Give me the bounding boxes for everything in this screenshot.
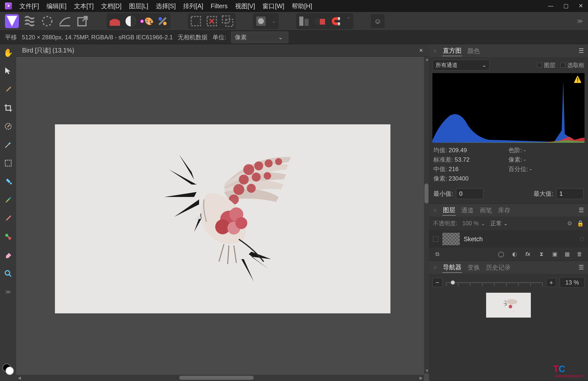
marquee-tool-icon[interactable] bbox=[3, 158, 14, 169]
layer-checkbox[interactable]: 图层 bbox=[537, 61, 555, 69]
panel-grip-icon[interactable]: ⫼ bbox=[433, 265, 437, 270]
zoom-handle[interactable] bbox=[451, 281, 455, 285]
zoom-out-button[interactable]: − bbox=[432, 278, 442, 287]
add-live-filter-icon[interactable]: ⧗ bbox=[537, 250, 546, 258]
more-tools-icon[interactable]: ≫ bbox=[3, 286, 14, 297]
tab-color[interactable]: 颜色 bbox=[467, 46, 480, 56]
adjustment-hsl-icon[interactable]: 🎨 bbox=[140, 14, 154, 28]
max-input[interactable]: 1 bbox=[556, 189, 584, 199]
delete-layer-icon[interactable]: 🗑 bbox=[575, 250, 584, 258]
selection-new-icon[interactable] bbox=[189, 14, 203, 28]
align-icon[interactable] bbox=[297, 14, 311, 28]
panel-grip-icon[interactable]: ⫼ bbox=[433, 208, 437, 213]
menu-view[interactable]: 视图[V] bbox=[235, 2, 255, 10]
color-replace-icon[interactable] bbox=[3, 231, 14, 242]
minimize-button[interactable]: — bbox=[548, 3, 553, 9]
tab-navigator[interactable]: 导航器 bbox=[442, 262, 462, 273]
selection-brush-icon[interactable] bbox=[3, 121, 14, 132]
zoom-slider[interactable] bbox=[446, 278, 543, 287]
zoom-value-input[interactable]: 13 % bbox=[560, 277, 585, 288]
gradient-tool-icon[interactable] bbox=[3, 194, 14, 205]
toolbar-more-icon[interactable]: ≫ bbox=[577, 18, 583, 25]
selection-checkbox[interactable]: 选取框 bbox=[560, 61, 585, 69]
menu-edit[interactable]: 编辑[E] bbox=[46, 2, 67, 10]
tab-history[interactable]: 历史记录 bbox=[485, 262, 511, 273]
canvas-area[interactable] bbox=[16, 57, 429, 381]
panel-grip-icon[interactable]: ⫼ bbox=[433, 48, 437, 53]
add-pixel-layer-icon[interactable]: ▦ bbox=[563, 250, 572, 258]
pan-tool-icon[interactable]: ✋ bbox=[3, 47, 14, 58]
layer-group-icon[interactable]: ⧉ bbox=[433, 250, 442, 258]
foreground-color[interactable] bbox=[5, 367, 14, 375]
quickmask-icon[interactable] bbox=[254, 14, 268, 28]
document-tab[interactable]: Bird [只读] (13.1%) × bbox=[16, 44, 429, 57]
channel-dropdown[interactable]: 所有通道 ⌄ bbox=[432, 60, 490, 71]
navigator-preview[interactable] bbox=[486, 293, 531, 318]
menu-file[interactable]: 文件[F] bbox=[19, 2, 39, 10]
persona-export-icon[interactable] bbox=[76, 14, 89, 28]
persona-tone-icon[interactable] bbox=[58, 14, 72, 28]
layer-visibility-checkbox[interactable] bbox=[433, 236, 438, 242]
layer-lock-icon[interactable]: 🔒 bbox=[577, 220, 584, 227]
paint-brush-icon[interactable] bbox=[3, 213, 14, 224]
magic-wand-icon[interactable] bbox=[3, 139, 14, 150]
close-button[interactable]: ✕ bbox=[579, 3, 583, 9]
menu-help[interactable]: 帮助[H] bbox=[292, 2, 312, 10]
scrollbar-thumb[interactable] bbox=[424, 184, 428, 203]
menu-document[interactable]: 文档[D] bbox=[101, 2, 122, 10]
tab-transform[interactable]: 变换 bbox=[467, 262, 480, 273]
menu-select[interactable]: 选择[S] bbox=[156, 2, 176, 10]
tab-channels[interactable]: 通道 bbox=[461, 205, 474, 215]
menu-arrange[interactable]: 排列[A] bbox=[183, 2, 203, 10]
add-mask-icon[interactable]: ◯ bbox=[497, 250, 505, 258]
snapping-icon[interactable]: 🧲 bbox=[329, 14, 343, 28]
layer-name[interactable]: Sketch bbox=[464, 236, 483, 243]
menu-layer[interactable]: 图层[L] bbox=[129, 2, 148, 10]
eraser-tool-icon[interactable] bbox=[3, 250, 14, 261]
dropdown-arrow-icon[interactable]: ⌄ bbox=[345, 14, 352, 28]
adjustment-bw-icon[interactable] bbox=[124, 14, 138, 28]
panel-menu-icon[interactable]: ☰ bbox=[579, 264, 584, 271]
units-dropdown[interactable]: 像素 ⌄ bbox=[231, 32, 288, 43]
flood-fill-icon[interactable] bbox=[3, 176, 14, 187]
color-swatches[interactable] bbox=[2, 364, 14, 375]
opacity-value[interactable]: 100 %⌄ bbox=[462, 220, 485, 227]
zoom-in-button[interactable]: + bbox=[546, 278, 556, 287]
tab-histogram[interactable]: 直方图 bbox=[442, 46, 462, 56]
layer-row[interactable]: Sketch bbox=[429, 230, 588, 248]
close-tab-icon[interactable]: × bbox=[419, 47, 423, 54]
blend-mode-dropdown[interactable]: 正常 ⌄ bbox=[490, 220, 508, 227]
persona-photo-icon[interactable] bbox=[5, 14, 19, 28]
horizontal-scrollbar[interactable]: ◀ ▶ bbox=[16, 375, 424, 381]
persona-liquify-icon[interactable] bbox=[23, 14, 37, 28]
menu-window[interactable]: 窗口[W] bbox=[262, 2, 284, 10]
canvas[interactable] bbox=[55, 124, 390, 313]
persona-develop-icon[interactable] bbox=[40, 14, 54, 28]
dropdown-arrow-icon[interactable]: ⌄ bbox=[270, 18, 278, 24]
tab-stock[interactable]: 库存 bbox=[498, 205, 511, 215]
maximize-button[interactable]: ▢ bbox=[563, 3, 569, 9]
panel-menu-icon[interactable]: ☰ bbox=[579, 207, 584, 214]
tab-brushes[interactable]: 画笔 bbox=[479, 205, 493, 215]
layer-settings-icon[interactable]: ⚙ bbox=[567, 220, 572, 227]
menu-filters[interactable]: Filters bbox=[211, 2, 228, 10]
add-layer-icon[interactable]: ▣ bbox=[550, 250, 559, 258]
zoom-tool-icon[interactable] bbox=[3, 268, 14, 279]
crop-ratio-icon[interactable] bbox=[313, 14, 327, 28]
selection-remove-icon[interactable] bbox=[205, 14, 219, 28]
scrollbar-thumb[interactable] bbox=[179, 376, 254, 380]
crop-tool-icon[interactable] bbox=[3, 102, 14, 113]
move-tool-icon[interactable] bbox=[3, 66, 14, 77]
menu-text[interactable]: 文本[T] bbox=[74, 2, 94, 10]
tab-layers[interactable]: 图层 bbox=[442, 205, 456, 216]
min-input[interactable]: 0 bbox=[456, 189, 483, 199]
selection-intersect-icon[interactable] bbox=[221, 14, 235, 28]
vertical-scrollbar[interactable]: ▲ ▼ bbox=[424, 57, 429, 374]
adjustment-auto-icon[interactable] bbox=[156, 14, 169, 28]
assistant-icon[interactable]: ☺ bbox=[371, 14, 385, 28]
add-adjustment-icon[interactable]: ◐ bbox=[510, 250, 519, 258]
adjustment-curve-icon[interactable] bbox=[108, 14, 122, 28]
brush-tool-icon[interactable] bbox=[3, 84, 14, 95]
add-fx-icon[interactable]: fx bbox=[523, 250, 532, 258]
panel-menu-icon[interactable]: ☰ bbox=[579, 47, 584, 54]
